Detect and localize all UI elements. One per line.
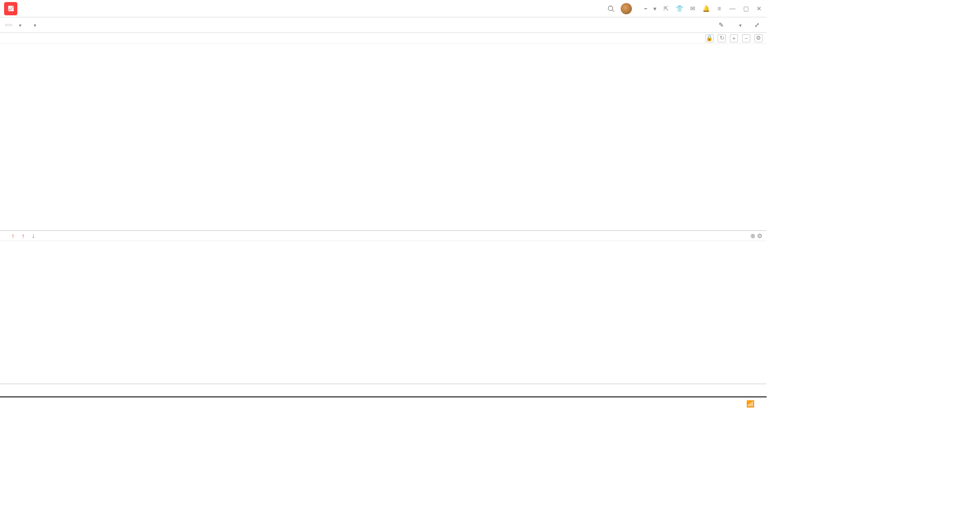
zoom-out-icon[interactable]: − [742,34,750,42]
top-menu-bar: 📈 ▾ ⇱ 👕 ✉ 🔔 ≡ — ▢ ✕ [0,0,767,17]
minimize-icon[interactable]: — [729,5,736,12]
top-menu-right: ▾ ⇱ 👕 ✉ 🔔 ≡ — ▢ ✕ [607,3,763,14]
multi-period-dropdown[interactable] [13,19,27,31]
expand-icon[interactable]: ⤢ [751,21,763,29]
lock-icon[interactable]: 🔒 [705,34,714,42]
volume-ma60: ↓ [32,232,35,240]
svg-line-1 [612,10,615,12]
chart-panels: ↑ ↑ ↓ ⊗ ⚙ [0,44,767,396]
maximize-icon[interactable]: ▢ [742,5,749,12]
tshirt-icon[interactable]: 👕 [676,5,683,12]
chart-header: 🔒 ↻ + − ⚙ [0,33,767,44]
gear-icon[interactable]: ⚙ [754,34,763,42]
zoom-in-icon[interactable]: + [730,34,738,42]
level-badge [644,8,647,9]
refresh-icon[interactable]: ↻ [718,34,726,42]
chevron-down-icon[interactable]: ▾ [653,5,656,12]
search-icon[interactable] [607,5,615,12]
volume-total: ↑ [11,232,14,240]
volume-header: ↑ ↑ ↓ ⊗ ⚙ [0,231,767,241]
diagnose-link[interactable] [43,23,54,27]
panel-close-icon[interactable]: ⊗ ⚙ [750,232,763,240]
close-icon[interactable]: ✕ [755,5,763,12]
mail-icon[interactable]: ✉ [689,5,696,12]
period-toolbar: ✎ ⤢ [0,17,767,33]
tools-dropdown[interactable] [733,19,747,31]
bell-icon[interactable]: 🔔 [702,5,709,12]
list-icon[interactable]: ≡ [716,5,723,12]
volume-ma5: ↑ [21,232,24,240]
svg-point-0 [608,6,613,10]
price-chart[interactable] [0,44,767,231]
signal-icon: 📶 [746,400,754,408]
popout-icon[interactable]: ⇱ [663,5,670,12]
status-bar: 📶 [0,396,767,410]
app-logo: 📈 [4,2,17,15]
stock-info-dropdown[interactable] [28,19,42,31]
indicator-tabs [0,384,767,396]
period-more[interactable] [5,24,12,26]
volume-chart[interactable] [0,241,767,384]
avatar[interactable] [621,3,632,14]
draw-line-tool[interactable]: ✎ [702,19,729,31]
